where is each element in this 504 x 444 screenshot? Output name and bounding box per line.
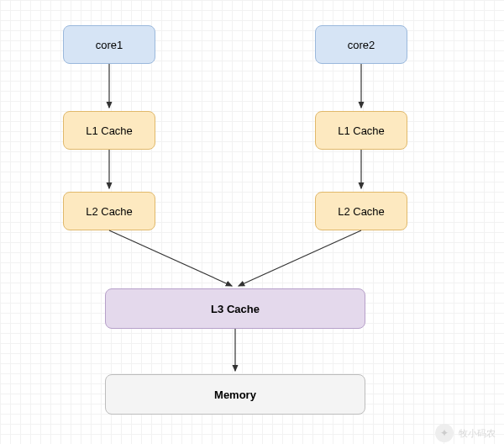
watermark-icon: ✦ — [435, 424, 454, 442]
watermark: ✦ 牧小码农 — [435, 424, 496, 442]
node-core1: core1 — [63, 25, 155, 64]
node-l3-cache: L3 Cache — [105, 288, 365, 329]
node-l2-cache-left: L2 Cache — [63, 192, 155, 230]
node-l2-cache-right: L2 Cache — [315, 192, 407, 230]
watermark-author: 牧小码农 — [459, 427, 496, 440]
node-l1-cache-right: L1 Cache — [315, 111, 407, 150]
node-l1-cache-left: L1 Cache — [63, 111, 155, 150]
node-memory: Memory — [105, 374, 365, 415]
node-core2: core2 — [315, 25, 407, 64]
